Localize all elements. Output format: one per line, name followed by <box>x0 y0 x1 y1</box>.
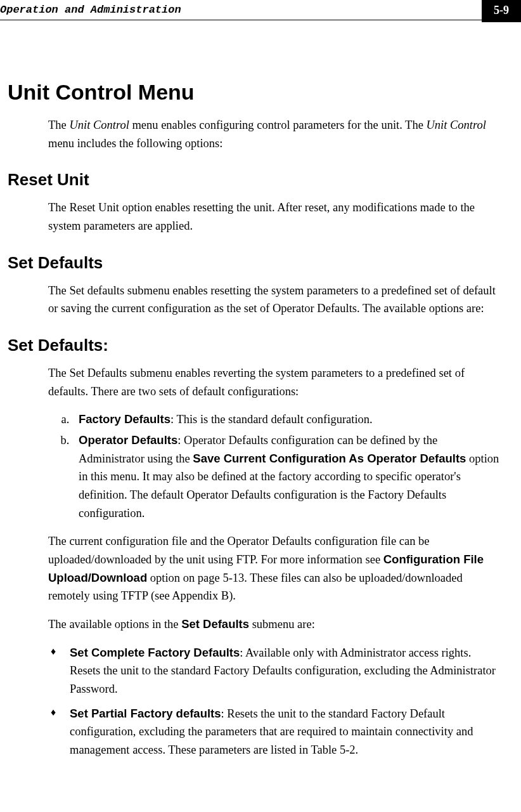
text: menu enables configuring control paramet… <box>129 119 427 131</box>
bold-label: Set Complete Factory Defaults <box>70 646 240 659</box>
list-item: Set Partial Factory defaults: Resets the… <box>48 705 502 759</box>
heading-set-defaults: Set Defaults <box>8 253 508 273</box>
page: Operation and Administration 5-9 Unit Co… <box>0 0 521 812</box>
header-rule <box>0 20 482 20</box>
heading-set-defaults-sub: Set Defaults: <box>8 336 508 355</box>
list-item: Factory Defaults: This is the standard d… <box>72 410 502 429</box>
text: menu includes the following options: <box>48 137 222 150</box>
bold-label: Set Partial Factory defaults <box>70 707 221 720</box>
set-defaults2-paragraph: The Set Defaults submenu enables reverti… <box>48 364 502 400</box>
list-item: Set Complete Factory Defaults: Available… <box>48 644 502 698</box>
bold-label: Factory Defaults <box>79 412 170 426</box>
bold-label: Set Defaults <box>181 617 249 631</box>
set-defaults-paragraph: The Set defaults submenu enables resetti… <box>48 282 502 318</box>
text: The current configuration file and the O… <box>48 535 430 566</box>
reset-paragraph: The Reset Unit option enables resetting … <box>48 199 502 235</box>
options-bullet-list: Set Complete Factory Defaults: Available… <box>48 644 502 759</box>
text: submenu are: <box>249 618 315 631</box>
text: The available options in the <box>48 618 181 631</box>
list-item: Operator Defaults: Operator Defaults con… <box>72 431 502 522</box>
available-options-paragraph: The available options in the Set Default… <box>48 615 502 634</box>
italic-text: Unit Control <box>69 119 129 131</box>
page-content: Unit Control Menu The Unit Control menu … <box>0 23 521 759</box>
page-header: Operation and Administration 5-9 <box>0 0 521 22</box>
bold-label: Save Current Configuration As Operator D… <box>193 452 466 465</box>
bold-label: Operator Defaults <box>79 433 177 447</box>
heading-reset-unit: Reset Unit <box>8 170 508 190</box>
text: The <box>48 119 69 131</box>
intro-paragraph: The Unit Control menu enables configurin… <box>48 116 502 152</box>
defaults-list: Factory Defaults: This is the standard d… <box>48 410 502 522</box>
text: : This is the standard default configura… <box>170 413 373 426</box>
chapter-title: Operation and Administration <box>0 0 482 22</box>
page-number: 5-9 <box>482 0 521 22</box>
italic-text: Unit Control <box>427 119 486 131</box>
current-config-paragraph: The current configuration file and the O… <box>48 532 502 605</box>
heading-unit-control-menu: Unit Control Menu <box>8 80 508 105</box>
